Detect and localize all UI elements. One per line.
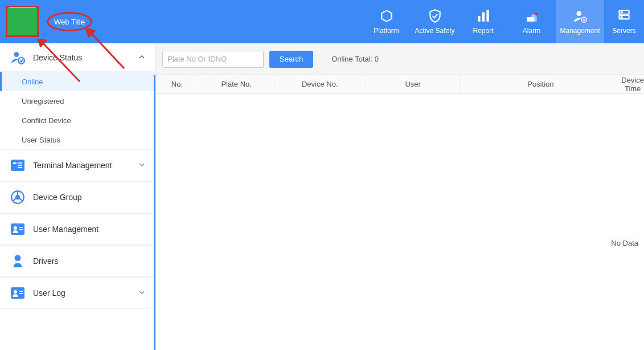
user-check-icon: [10, 50, 25, 65]
svg-rect-26: [19, 229, 23, 230]
online-total-value: 0: [375, 55, 379, 63]
server-icon: [617, 9, 631, 23]
svg-point-24: [14, 226, 17, 230]
chevron-down-icon: [139, 289, 145, 297]
web-title: Web Title: [47, 12, 92, 31]
search-input[interactable]: [162, 51, 264, 68]
svg-point-27: [15, 255, 21, 261]
nav-servers[interactable]: Servers: [604, 0, 644, 43]
svg-rect-18: [18, 162, 22, 164]
svg-point-13: [621, 17, 622, 18]
alarm-icon: [524, 9, 539, 23]
top-header: Web Title Platform Active Safety Report: [0, 0, 644, 43]
nav-label: Active Safety: [415, 27, 454, 35]
nav-alarm[interactable]: Alarm: [507, 0, 556, 43]
sidebar-label: User Log: [33, 288, 65, 298]
sidebar-sub-conflict[interactable]: Conflict Device: [0, 111, 155, 130]
svg-rect-2: [478, 16, 480, 22]
online-total: Online Total: 0: [331, 55, 379, 63]
nav-report[interactable]: Report: [459, 0, 507, 43]
th-plate[interactable]: Plate No.: [199, 75, 274, 93]
user-card-icon: [10, 222, 25, 237]
th-user[interactable]: User: [366, 75, 460, 93]
steering-wheel-icon: [10, 190, 25, 205]
svg-point-9: [583, 19, 584, 21]
svg-point-7: [576, 11, 581, 16]
nav-management[interactable]: Management: [556, 0, 604, 43]
logo-box: [6, 6, 39, 37]
svg-point-29: [14, 290, 17, 294]
online-total-label: Online Total:: [331, 55, 372, 63]
logo-area: Web Title: [0, 6, 92, 37]
sidebar: Device Status Online Unregistered Confli…: [0, 43, 155, 350]
nav-active-safety[interactable]: Active Safety: [411, 0, 459, 43]
bar-chart-icon: [476, 9, 491, 23]
svg-point-14: [14, 52, 19, 57]
driver-icon: [10, 254, 25, 268]
nav-label: Management: [560, 27, 600, 35]
cube-icon: [379, 9, 394, 23]
chevron-down-icon: [139, 161, 145, 169]
sidebar-label: Terminal Management: [33, 161, 112, 170]
shield-check-icon: [428, 9, 442, 23]
sidebar-drivers[interactable]: Drivers: [0, 245, 155, 277]
svg-rect-25: [19, 227, 23, 228]
svg-rect-20: [18, 167, 22, 168]
sidebar-terminal-management[interactable]: Terminal Management: [0, 149, 155, 181]
no-data-text: No Data: [611, 239, 638, 247]
nav-label: Platform: [374, 27, 399, 35]
data-table: No. Plate No. Device No. User Position D…: [155, 75, 644, 94]
th-device-time[interactable]: Device Time: [621, 75, 644, 93]
sidebar-user-log[interactable]: User Log: [0, 277, 155, 309]
table-area: No. Plate No. Device No. User Position D…: [155, 75, 644, 350]
th-no[interactable]: No.: [155, 75, 199, 93]
sidebar-sub-unregistered[interactable]: Unregistered: [0, 91, 155, 111]
svg-rect-30: [19, 291, 23, 292]
svg-rect-3: [482, 13, 484, 22]
sidebar-label: Device Status: [33, 53, 82, 62]
sidebar-device-group[interactable]: Device Group: [0, 181, 155, 213]
search-button[interactable]: Search: [269, 51, 313, 68]
nav-label: Alarm: [523, 27, 540, 35]
main-content: Search Online Total: 0 No. Plate No. Dev…: [155, 43, 644, 350]
terminal-icon: [10, 158, 25, 173]
svg-rect-31: [19, 293, 23, 294]
chevron-up-icon: [139, 54, 145, 62]
th-position[interactable]: Position: [460, 75, 621, 93]
top-nav: Platform Active Safety Report Alarm Mana…: [362, 0, 644, 43]
user-card-icon: [10, 286, 25, 300]
nav-label: Report: [473, 27, 493, 35]
svg-rect-4: [486, 10, 489, 22]
sidebar-sub-online[interactable]: Online: [0, 72, 155, 91]
sidebar-user-management[interactable]: User Management: [0, 213, 155, 245]
sidebar-label: Device Group: [33, 193, 82, 202]
nav-platform[interactable]: Platform: [362, 0, 411, 43]
svg-point-12: [621, 11, 622, 13]
svg-rect-19: [18, 165, 22, 166]
svg-rect-17: [13, 162, 17, 164]
sidebar-label: User Management: [33, 225, 99, 234]
svg-point-22: [16, 196, 20, 200]
nav-label: Servers: [612, 27, 635, 35]
user-gear-icon: [573, 9, 588, 23]
th-device[interactable]: Device No.: [274, 75, 366, 93]
search-bar: Search Online Total: 0: [155, 43, 644, 75]
svg-point-6: [535, 13, 537, 15]
sidebar-device-status[interactable]: Device Status: [0, 43, 155, 72]
sidebar-sub-user-status[interactable]: User Status: [0, 130, 155, 149]
sidebar-label: Drivers: [33, 257, 58, 266]
